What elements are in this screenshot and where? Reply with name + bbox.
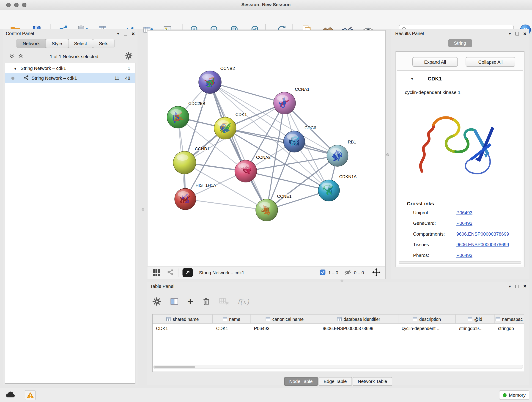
cell-description[interactable]: cyclin-dependent ... [399,324,456,333]
float-panel-icon[interactable] [515,285,519,288]
gear-icon[interactable] [125,52,133,61]
tree-expand-icon[interactable]: ▼ [13,66,17,70]
warning-button[interactable] [25,390,36,400]
table-panel-title: Table Panel [150,284,175,289]
protein-section: ▾ CDK1 cyclin-dependent kinase 1 [397,70,523,265]
column-header[interactable]: namespac [495,315,524,324]
cloud-icon[interactable] [5,390,16,400]
close-panel-icon[interactable]: × [523,31,526,36]
network-canvas[interactable]: CCNB2CCNA1CDC25BCDK1CDC6RB1CCNB1CCNA2CDK… [147,31,385,266]
network-node-label: CCNA1 [295,87,310,92]
network-view-container: CCNB2CCNA1CDC25BCDK1CDC6RB1CCNB1CCNA2CDK… [147,30,386,279]
network-node[interactable] [175,188,196,210]
network-node[interactable] [167,106,189,128]
network-status-bar: String Network – cdk1 1 – 0 0 – 0 [147,266,385,279]
network-node[interactable] [199,71,221,94]
collapse-panel-icon[interactable]: ▾ [509,284,511,288]
network-label: String Network – cdk1 [32,76,77,81]
float-panel-icon[interactable] [123,32,127,36]
column-header[interactable]: description [399,315,456,324]
cell-namespace[interactable]: stringdb [495,324,524,333]
splitter-handle[interactable] [386,153,389,156]
network-node-label: CDC25B [188,101,205,106]
close-panel-icon[interactable]: × [523,284,526,289]
window-title: Session: New Session [0,2,532,7]
collapse-panel-icon[interactable]: ▾ [117,32,119,36]
birdseye-view-icon[interactable] [152,268,160,277]
results-scrollbar[interactable] [399,261,521,264]
crosslink-link[interactable]: 9606.ENSP00000378699 [456,231,509,237]
network-collection-row[interactable]: ▼ String Network – cdk1 1 [5,63,135,73]
cell-database-identifier[interactable]: 9606.ENSP00000378699 [319,324,399,333]
main-toolbar: ? [0,10,532,29]
node-count: 11 [110,76,119,81]
network-edge[interactable] [246,171,329,191]
table-horizontal-scrollbar[interactable] [153,365,523,369]
splitter-handle[interactable] [142,208,144,211]
open-in-window-icon[interactable] [183,268,193,277]
move-crosshair-icon[interactable] [372,268,380,277]
expand-all-networks-icon[interactable] [18,53,23,60]
protein-description: cyclin-dependent kinase 1 [405,89,461,95]
tab-sets[interactable]: Sets [93,39,114,48]
delete-column-icon[interactable] [202,297,210,307]
network-node[interactable] [318,180,340,201]
network-edge[interactable] [210,82,267,210]
collapse-all-button[interactable]: Collapse All [466,57,515,67]
network-share-icon[interactable] [167,269,174,277]
scrollbar-thumb[interactable] [154,366,195,368]
column-header[interactable]: shared name [152,315,213,324]
table-row[interactable]: CDK1 CDK1 P06493 9606.ENSP00000378699 cy… [152,324,524,333]
function-builder-icon[interactable]: f(x) [237,298,249,306]
cell-shared-name[interactable]: CDK1 [152,324,213,333]
network-node[interactable] [273,92,296,114]
crosslink-link[interactable]: P06493 [456,210,472,216]
network-node[interactable] [327,145,348,166]
selected-checkbox-icon[interactable] [320,269,326,276]
crosslink-link[interactable]: 9606.ENSP00000378699 [456,242,509,247]
crosslink-link[interactable]: P06493 [456,253,472,258]
crosslink-link[interactable]: P06493 [456,221,472,226]
network-node[interactable] [214,117,236,139]
collapse-panel-icon[interactable]: ▾ [509,32,511,36]
tab-network[interactable]: Network [17,39,46,48]
network-node[interactable] [235,160,257,182]
column-header[interactable]: name [213,315,251,324]
cell-id[interactable]: stringdb:9... [456,324,495,333]
network-row[interactable]: String Network – cdk1 11 48 [5,73,135,83]
selected-count: 1 – 0 [328,270,338,275]
cell-canonical-name[interactable]: P06493 [251,324,319,333]
network-node[interactable] [284,131,305,153]
memory-label: Memory [509,392,526,398]
add-column-icon[interactable]: + [187,298,193,306]
control-panel-tabs: Network Style Select Sets [17,39,114,48]
hidden-eye-slash-icon[interactable] [344,269,351,276]
show-columns-icon[interactable] [170,297,179,307]
column-header[interactable]: @id [456,315,495,324]
results-panel: Results Panel ▾ × String Expand All Coll… [391,29,530,279]
section-collapse-icon[interactable]: ▾ [411,76,413,81]
tab-style[interactable]: Style [46,39,68,48]
tab-edge-table[interactable]: Edge Table [318,377,352,386]
memory-button[interactable]: Memory [499,390,529,400]
tab-network-table[interactable]: Network Table [353,377,392,386]
statusbar-separator [178,269,178,277]
close-panel-icon[interactable]: × [132,31,135,36]
cell-name[interactable]: CDK1 [213,324,251,333]
string-results-container: Expand All Collapse All ▾ CDK1 cyclin-de… [396,51,525,267]
collapse-all-networks-icon[interactable] [9,53,14,60]
tab-string[interactable]: String [448,39,472,47]
column-header[interactable]: canonical name [251,315,319,324]
network-edge[interactable] [185,199,267,210]
tab-select[interactable]: Select [68,39,93,48]
column-header[interactable]: database identifier [319,315,399,324]
tab-node-table[interactable]: Node Table [284,377,318,386]
expand-all-button[interactable]: Expand All [412,57,458,67]
column-type-icon [266,317,270,321]
network-node[interactable] [256,199,278,221]
table-gear-icon[interactable] [152,297,161,307]
network-node[interactable] [173,151,196,174]
float-panel-icon[interactable] [515,32,519,36]
clear-table-icon[interactable] [219,297,229,307]
crosslink-label: Compartments: [413,231,445,237]
